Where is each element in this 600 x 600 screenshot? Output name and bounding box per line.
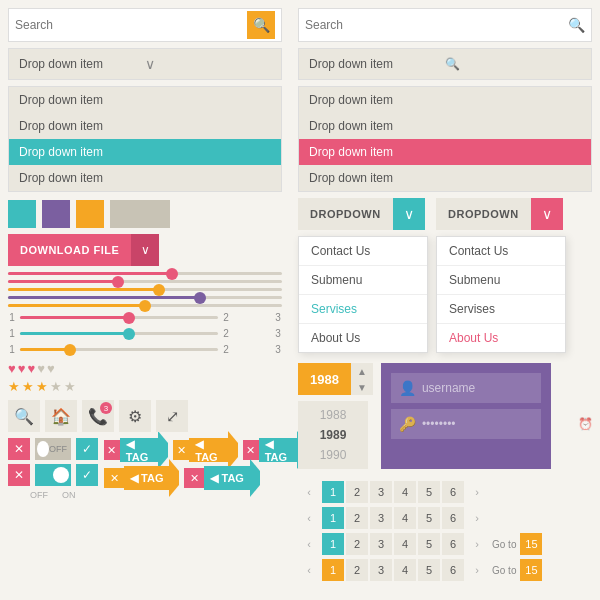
tag-label-1[interactable]: ◀ TAG: [120, 438, 159, 462]
list-item[interactable]: Drop down item: [9, 165, 281, 191]
toggle-close-1[interactable]: ✕: [8, 438, 30, 460]
stepped-track-3[interactable]: [20, 348, 218, 351]
tag-remove-4[interactable]: ✕: [104, 468, 124, 488]
settings-icon-box[interactable]: ⚙: [119, 400, 151, 432]
page-6-btn-2[interactable]: 6: [442, 507, 464, 529]
stepped-track-2[interactable]: [20, 332, 218, 335]
list-item-active-pink[interactable]: Drop down item: [299, 139, 591, 165]
page-6-btn-4[interactable]: 6: [442, 559, 464, 581]
star-empty-icon[interactable]: ★: [50, 379, 62, 394]
swatch-purple[interactable]: [42, 200, 70, 228]
page-next-2[interactable]: ›: [466, 507, 488, 529]
tag-remove-3[interactable]: ✕: [243, 440, 259, 460]
tag-remove-2[interactable]: ✕: [173, 440, 189, 460]
page-1-btn-2[interactable]: 1: [322, 507, 344, 529]
swatch-orange[interactable]: [76, 200, 104, 228]
page-5-btn-3[interactable]: 5: [418, 533, 440, 555]
swatch-teal[interactable]: [8, 200, 36, 228]
page-next-4[interactable]: ›: [466, 559, 488, 581]
search-input-1[interactable]: [15, 18, 247, 32]
page-6-btn[interactable]: 6: [442, 481, 464, 503]
toggle-check-1[interactable]: ✓: [76, 438, 98, 460]
page-3-btn[interactable]: 3: [370, 481, 392, 503]
page-1-btn[interactable]: 1: [322, 481, 344, 503]
dropdown-btn-pink[interactable]: DROPDOWN ∨: [436, 198, 566, 230]
star-icon[interactable]: ★: [8, 379, 20, 394]
star-empty-icon[interactable]: ★: [64, 379, 76, 394]
stepped-track-1[interactable]: [20, 316, 218, 319]
heart-icon[interactable]: ♥: [27, 361, 35, 376]
dropdown-select-1[interactable]: Drop down item ∨: [8, 48, 282, 80]
heart-empty-icon[interactable]: ♥: [37, 361, 45, 376]
goto-num-1[interactable]: 15: [520, 533, 542, 555]
toggle-check-2[interactable]: ✓: [76, 464, 98, 486]
page-next-3[interactable]: ›: [466, 533, 488, 555]
slider-track-3[interactable]: [8, 288, 282, 291]
page-prev-3[interactable]: ‹: [298, 533, 320, 555]
menu-item-about[interactable]: About Us: [299, 324, 427, 352]
page-2-btn[interactable]: 2: [346, 481, 368, 503]
search-button-1[interactable]: 🔍: [247, 11, 275, 39]
tag-label-2[interactable]: ◀ TAG: [189, 438, 228, 462]
page-1-btn-4[interactable]: 1: [322, 559, 344, 581]
page-3-btn-4[interactable]: 3: [370, 559, 392, 581]
home-icon-box[interactable]: 🏠: [45, 400, 77, 432]
page-next-1[interactable]: ›: [466, 481, 488, 503]
menu-item-about-active[interactable]: About Us: [437, 324, 565, 352]
dropdown-arrow-teal[interactable]: ∨: [393, 198, 425, 230]
scroll-item-3[interactable]: 1990: [320, 445, 347, 465]
dropdown-btn-teal[interactable]: DROPDOWN ∨: [298, 198, 428, 230]
page-4-btn[interactable]: 4: [394, 481, 416, 503]
page-prev-1[interactable]: ‹: [298, 481, 320, 503]
scroll-item-1[interactable]: 1988: [320, 405, 347, 425]
page-4-btn-4[interactable]: 4: [394, 559, 416, 581]
page-5-btn-2[interactable]: 5: [418, 507, 440, 529]
tag-label-5[interactable]: ◀ TAG: [204, 466, 249, 490]
page-2-btn-3[interactable]: 2: [346, 533, 368, 555]
scroll-item-2-selected[interactable]: 1989: [320, 425, 347, 445]
tag-remove-1[interactable]: ✕: [104, 440, 120, 460]
list-item[interactable]: Drop down item: [299, 165, 591, 191]
menu-item-services-2[interactable]: Servises: [437, 295, 565, 324]
username-input[interactable]: [422, 381, 572, 395]
page-2-btn-4[interactable]: 2: [346, 559, 368, 581]
download-main-btn[interactable]: DOWNLOAD FILE: [8, 234, 131, 266]
heart-icon[interactable]: ♥: [18, 361, 26, 376]
dropdown-arrow-pink[interactable]: ∨: [531, 198, 563, 230]
list-item-active[interactable]: Drop down item: [9, 139, 281, 165]
dropdown-select-2[interactable]: Drop down item 🔍: [298, 48, 592, 80]
menu-item-submenu[interactable]: Submenu: [299, 266, 427, 295]
phone-icon-box[interactable]: 📞 3: [82, 400, 114, 432]
list-item[interactable]: Drop down item: [9, 87, 281, 113]
tag-remove-5[interactable]: ✕: [184, 468, 204, 488]
heart-icon[interactable]: ♥: [8, 361, 16, 376]
page-3-btn-2[interactable]: 3: [370, 507, 392, 529]
slider-track-2[interactable]: [8, 280, 282, 283]
list-item[interactable]: Drop down item: [299, 113, 591, 139]
download-arrow-btn[interactable]: ∨: [131, 234, 159, 266]
swatch-gray[interactable]: [110, 200, 170, 228]
expand-icon-box[interactable]: ⤢: [156, 400, 188, 432]
list-item[interactable]: Drop down item: [299, 87, 591, 113]
password-input[interactable]: [422, 417, 572, 431]
page-4-btn-2[interactable]: 4: [394, 507, 416, 529]
toggle-switch-on-2[interactable]: [35, 464, 71, 486]
num-picker-up[interactable]: ▲: [351, 363, 373, 379]
slider-track-4[interactable]: [8, 296, 282, 299]
slider-track-1[interactable]: [8, 272, 282, 275]
page-prev-2[interactable]: ‹: [298, 507, 320, 529]
star-icon[interactable]: ★: [36, 379, 48, 394]
toggle-switch-off-1[interactable]: OFF: [35, 438, 71, 460]
num-picker-down[interactable]: ▼: [351, 379, 373, 395]
list-item[interactable]: Drop down item: [9, 113, 281, 139]
page-4-btn-3[interactable]: 4: [394, 533, 416, 555]
page-1-btn-3[interactable]: 1: [322, 533, 344, 555]
page-5-btn[interactable]: 5: [418, 481, 440, 503]
menu-item-services-active[interactable]: Servises: [299, 295, 427, 324]
menu-item-contact-2[interactable]: Contact Us: [437, 237, 565, 266]
search-icon-box[interactable]: 🔍: [8, 400, 40, 432]
heart-empty-icon[interactable]: ♥: [47, 361, 55, 376]
search-input-2[interactable]: [305, 18, 568, 32]
goto-num-2[interactable]: 15: [520, 559, 542, 581]
slider-track-5[interactable]: [8, 304, 282, 307]
